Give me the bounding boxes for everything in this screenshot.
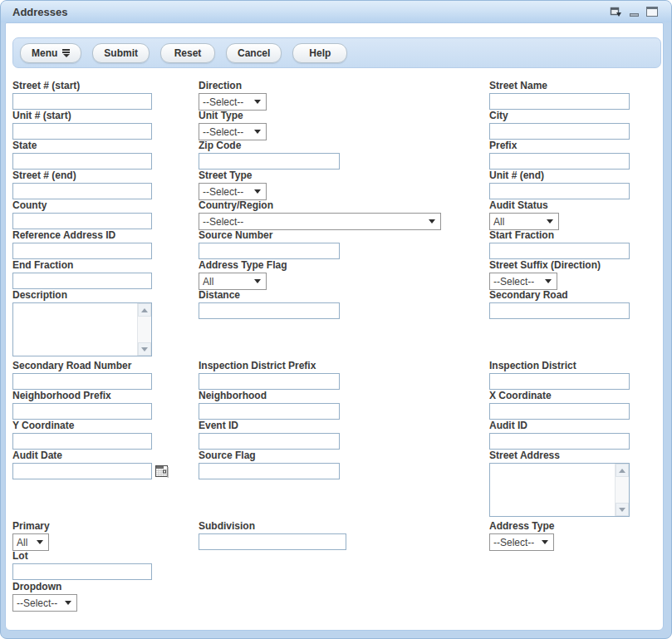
field-label-end-fraction: End Fraction <box>12 260 199 271</box>
field-secondary-road: Secondary Road <box>489 290 672 361</box>
select-value-country-region: --Select-- <box>203 216 243 228</box>
input-source-flag[interactable] <box>199 463 340 479</box>
detach-icon[interactable] <box>610 6 622 18</box>
field-label-audit-status: Audit Status <box>489 200 672 211</box>
field-end-fraction: End Fraction <box>12 260 199 290</box>
field-label-street-name: Street Name <box>489 81 672 91</box>
field-audit-status: Audit StatusAll <box>489 200 672 230</box>
field-label-audit-date: Audit Date <box>12 450 199 461</box>
field-label-prefix: Prefix <box>489 140 672 151</box>
field-street-suffix-direction: Street Suffix (Direction)--Select-- <box>489 260 672 290</box>
field-label-dropdown: Dropdown <box>12 582 199 592</box>
field-label-start-fraction: Start Fraction <box>489 230 672 241</box>
input-start-fraction[interactable] <box>489 243 630 259</box>
reset-button[interactable]: Reset <box>160 43 215 63</box>
input-lot[interactable] <box>12 563 152 580</box>
field-label-street-start: Street # (start) <box>12 81 199 91</box>
field-neighborhood-prefix: Neighborhood Prefix <box>12 391 199 420</box>
field-label-x-coordinate: X Coordinate <box>489 391 672 401</box>
field-unit-end: Unit # (end) <box>489 170 672 200</box>
field-street-name: Street Name <box>489 81 672 111</box>
select-address-type-flag[interactable]: All <box>199 273 267 290</box>
field-start-fraction: Start Fraction <box>489 230 672 260</box>
select-primary[interactable]: All <box>12 533 49 551</box>
menu-button[interactable]: Menu <box>20 43 81 63</box>
scroll-down-icon[interactable] <box>616 503 629 516</box>
field-street-start: Street # (start) <box>12 81 199 111</box>
input-distance[interactable] <box>199 302 340 319</box>
input-inspection-district[interactable] <box>489 373 630 390</box>
input-zip-code[interactable] <box>199 153 340 170</box>
input-reference-address-id[interactable] <box>12 243 152 259</box>
scrollbar-track[interactable] <box>138 317 151 342</box>
input-unit-end[interactable] <box>489 183 630 199</box>
input-prefix[interactable] <box>489 153 630 170</box>
field-subdivision: Subdivision <box>199 521 489 551</box>
chevron-down-icon <box>254 100 261 104</box>
help-button[interactable]: Help <box>292 43 347 63</box>
select-direction[interactable]: --Select-- <box>199 93 267 111</box>
toolbar: Menu Submit Reset Cancel Help <box>12 37 661 68</box>
input-event-id[interactable] <box>199 433 340 450</box>
field-label-neighborhood: Neighborhood <box>199 391 489 401</box>
input-audit-id[interactable] <box>489 433 630 450</box>
input-x-coordinate[interactable] <box>489 403 630 420</box>
input-street-end[interactable] <box>12 183 152 199</box>
select-audit-status[interactable]: All <box>489 213 559 230</box>
chevron-down-icon <box>254 189 261 194</box>
input-unit-start[interactable] <box>12 123 152 140</box>
cancel-button[interactable]: Cancel <box>226 43 282 63</box>
field-audit-id: Audit ID <box>489 420 672 450</box>
field-label-zip-code: Zip Code <box>199 140 489 151</box>
scroll-down-icon[interactable] <box>138 342 151 356</box>
field-event-id: Event ID <box>199 420 489 450</box>
field-unit-start: Unit # (start) <box>12 111 199 140</box>
calendar-icon[interactable] <box>155 465 169 478</box>
input-neighborhood-prefix[interactable] <box>12 403 152 420</box>
input-end-fraction[interactable] <box>12 273 152 289</box>
input-secondary-road[interactable] <box>489 302 630 319</box>
select-unit-type[interactable]: --Select-- <box>199 123 267 140</box>
input-neighborhood[interactable] <box>199 403 340 420</box>
input-street-name[interactable] <box>489 93 630 110</box>
chevron-down-icon <box>37 540 43 544</box>
select-country-region[interactable]: --Select-- <box>199 213 441 230</box>
field-source-flag: Source Flag <box>199 450 489 521</box>
chevron-down-icon <box>254 279 261 283</box>
input-inspection-district-prefix[interactable] <box>199 373 340 390</box>
scroll-up-icon[interactable] <box>138 303 151 317</box>
field-label-state: State <box>12 140 199 151</box>
scrollbar-track[interactable] <box>616 477 629 503</box>
textarea-scrollbar[interactable] <box>615 464 629 516</box>
maximize-icon[interactable] <box>646 7 658 17</box>
textarea-description[interactable] <box>12 302 152 356</box>
field-label-secondary-road-number: Secondary Road Number <box>12 361 199 371</box>
input-city[interactable] <box>489 123 630 140</box>
input-subdivision[interactable] <box>199 533 346 550</box>
input-state[interactable] <box>12 153 152 170</box>
select-street-type[interactable]: --Select-- <box>199 183 267 200</box>
field-label-secondary-road: Secondary Road <box>489 290 672 301</box>
textarea-scrollbar[interactable] <box>137 303 151 356</box>
input-secondary-road-number[interactable] <box>12 373 152 390</box>
input-source-number[interactable] <box>199 243 340 259</box>
input-y-coordinate[interactable] <box>12 433 152 450</box>
select-address-type[interactable]: --Select-- <box>489 533 554 551</box>
field-city: City <box>489 111 672 140</box>
submit-button[interactable]: Submit <box>92 43 150 63</box>
field-inspection-district: Inspection District <box>489 361 672 391</box>
input-county[interactable] <box>12 213 152 229</box>
input-audit-date[interactable] <box>12 463 152 479</box>
scroll-up-icon[interactable] <box>616 464 629 477</box>
select-street-suffix-direction[interactable]: --Select-- <box>489 273 557 290</box>
field-direction: Direction--Select-- <box>199 81 489 111</box>
field-dropdown: Dropdown--Select-- <box>12 582 199 618</box>
select-value-dropdown: --Select-- <box>17 597 57 609</box>
field-label-inspection-district: Inspection District <box>489 361 672 371</box>
input-street-start[interactable] <box>12 93 152 110</box>
textarea-street-address[interactable] <box>489 463 630 517</box>
minimize-icon[interactable] <box>630 7 639 17</box>
field-label-street-suffix-direction: Street Suffix (Direction) <box>489 260 672 271</box>
field-x-coordinate: X Coordinate <box>489 391 672 420</box>
select-dropdown[interactable]: --Select-- <box>12 594 77 612</box>
